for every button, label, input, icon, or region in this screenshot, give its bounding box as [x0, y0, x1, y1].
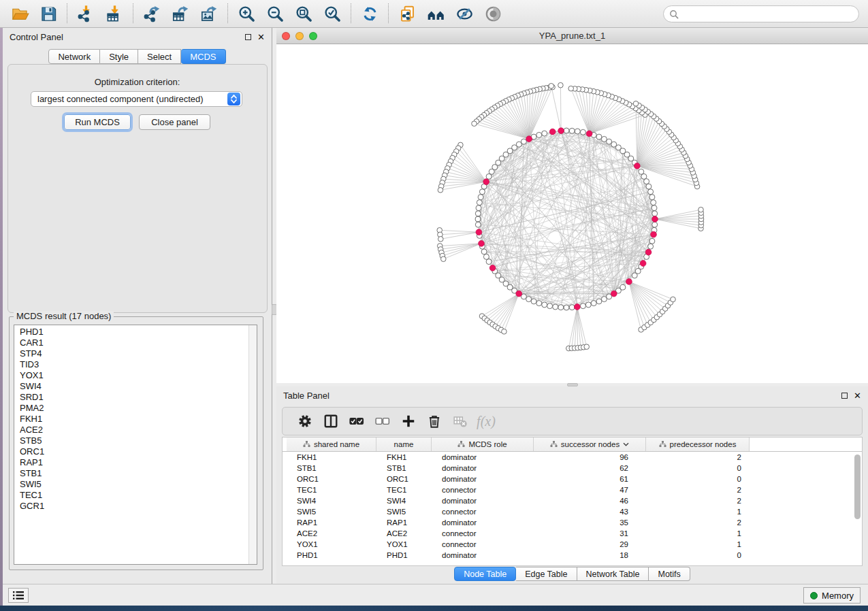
table-tab-edge-table[interactable]: Edge Table	[516, 567, 577, 581]
status-menu-button[interactable]	[8, 588, 29, 603]
mcds-result-item[interactable]: YOX1	[20, 370, 257, 381]
table-tab-node-table[interactable]: Node Table	[454, 567, 516, 581]
cell: ACE2	[287, 529, 376, 538]
memory-label: Memory	[822, 591, 854, 601]
hide-graphics-details-button[interactable]	[450, 2, 479, 25]
add-row-button[interactable]	[396, 410, 421, 433]
import-table-button[interactable]	[100, 2, 129, 25]
column-header-MCDS-role[interactable]: MCDS role	[432, 437, 534, 451]
close-panel-icon[interactable]: ✕	[257, 33, 265, 42]
dropdown-value: largest connected component (undirected)	[31, 94, 227, 104]
cell: 61	[534, 475, 646, 483]
network-canvas[interactable]	[276, 44, 868, 383]
mcds-result-item[interactable]: PMA2	[20, 403, 257, 414]
table-tab-network-table[interactable]: Network Table	[577, 567, 649, 581]
cell: ORC1	[287, 475, 376, 483]
delete-row-button[interactable]	[421, 410, 447, 433]
delete-table-button	[447, 410, 473, 433]
zoom-selected-icon	[323, 5, 342, 23]
window-minimize-traffic-light[interactable]	[295, 32, 304, 40]
table-row-STB1[interactable]: STB1STB1dominator620	[287, 463, 862, 474]
float-table-panel-icon[interactable]	[841, 393, 848, 399]
mcds-result-item[interactable]: PHD1	[20, 327, 257, 337]
toolbar-separator	[351, 3, 351, 24]
table-row-SWI4[interactable]: SWI4SWI4dominator462	[287, 495, 862, 506]
mcds-result-item[interactable]: STP4	[20, 348, 257, 359]
mcds-result-item[interactable]: STB1	[20, 468, 257, 479]
mcds-result-item[interactable]: TEC1	[20, 490, 257, 501]
zoom-fit-button[interactable]	[289, 2, 318, 25]
cell: 0	[646, 551, 750, 559]
column-header-successor-nodes[interactable]: successor nodes	[534, 437, 646, 451]
mcds-result-item[interactable]: FKH1	[20, 414, 257, 425]
zoom-out-button[interactable]	[261, 2, 289, 25]
table-scrollbar-thumb[interactable]	[854, 455, 861, 519]
deselect-all-button[interactable]	[370, 410, 396, 433]
table-tab-motifs[interactable]: Motifs	[649, 567, 690, 581]
mcds-result-item[interactable]: TID3	[20, 359, 257, 370]
attribute-tree-icon	[457, 441, 465, 448]
window-close-traffic-light[interactable]	[282, 32, 290, 40]
settings-button[interactable]	[292, 410, 318, 433]
column-header-name[interactable]: name	[376, 437, 432, 451]
columns-button[interactable]	[318, 410, 344, 433]
tab-style[interactable]: Style	[100, 49, 138, 64]
close-table-panel-icon[interactable]: ✕	[854, 391, 861, 400]
table-row-RAP1[interactable]: RAP1RAP1dominator352	[287, 517, 862, 528]
window-maximize-traffic-light[interactable]	[309, 32, 317, 40]
table-row-ACE2[interactable]: ACE2ACE2connector311	[287, 528, 862, 539]
mcds-result-item[interactable]: SWI5	[20, 479, 257, 490]
mcds-result-item[interactable]: RAP1	[20, 457, 257, 468]
tab-mcds[interactable]: MCDS	[181, 49, 225, 64]
control-panel-tabs: NetworkStyleSelectMCDS	[3, 49, 272, 64]
search-network-button[interactable]	[421, 2, 450, 25]
tab-group: NetworkStyleSelectMCDS	[48, 49, 225, 64]
clone-network-button[interactable]	[393, 2, 421, 25]
tab-select[interactable]: Select	[138, 49, 181, 64]
table-row-TEC1[interactable]: TEC1TEC1connector472	[287, 484, 862, 495]
mcds-result-item[interactable]: SRD1	[20, 392, 257, 403]
table-row-FKH1[interactable]: FKH1FKH1dominator962	[287, 452, 862, 463]
float-panel-icon[interactable]	[245, 34, 251, 40]
table-row-PHD1[interactable]: PHD1PHD1dominator180	[287, 550, 862, 561]
mcds-list-scrollbar[interactable]	[248, 325, 257, 564]
tab-network[interactable]: Network	[48, 49, 100, 64]
import-network-button[interactable]	[71, 2, 100, 25]
mcds-result-item[interactable]: GCR1	[20, 501, 257, 512]
zoom-selected-button[interactable]	[318, 2, 347, 25]
table-row-YOX1[interactable]: YOX1YOX1connector291	[287, 539, 862, 550]
column-header-predecessor-nodes[interactable]: predecessor nodes	[646, 437, 750, 451]
search-input[interactable]	[663, 5, 859, 22]
open-session-button[interactable]	[5, 2, 34, 25]
select-all-button[interactable]	[344, 410, 370, 433]
table-panel-title: Table Panel	[283, 391, 329, 401]
mcds-result-item[interactable]: CAR1	[20, 337, 257, 348]
status-bar: Memory	[0, 584, 868, 606]
table-row-ORC1[interactable]: ORC1ORC1dominator610	[287, 474, 862, 484]
hide-graphics-details-icon	[455, 5, 474, 23]
run-mcds-button[interactable]: Run MCDS	[64, 114, 131, 130]
show-birds-eye-button[interactable]	[479, 2, 507, 25]
table-row-SWI5[interactable]: SWI5SWI5connector431	[287, 506, 862, 517]
cell: 47	[534, 486, 646, 494]
export-image-button[interactable]	[195, 2, 223, 25]
memory-button[interactable]: Memory	[803, 587, 861, 604]
export-table-icon	[172, 5, 190, 23]
column-header-shared-name[interactable]: shared name	[287, 437, 376, 451]
mcds-result-item[interactable]: SWI4	[20, 381, 257, 392]
optimization-criterion-dropdown[interactable]: largest connected component (undirected)	[31, 91, 242, 107]
open-session-icon	[11, 5, 29, 23]
close-panel-button[interactable]: Close panel	[139, 114, 210, 130]
mcds-result-item[interactable]: ACE2	[20, 425, 257, 435]
export-network-button[interactable]	[138, 2, 166, 25]
save-session-button[interactable]	[34, 2, 63, 25]
export-table-button[interactable]	[166, 2, 195, 25]
network-graph[interactable]	[276, 44, 868, 383]
mcds-result-item[interactable]: STB5	[20, 435, 257, 446]
zoom-in-button[interactable]	[232, 2, 261, 25]
mcds-result-list[interactable]: PHD1CAR1STP4TID3YOX1SWI4SRD1PMA2FKH1ACE2…	[14, 325, 257, 565]
refresh-view-button[interactable]	[355, 2, 384, 25]
sort-descending-icon	[623, 442, 629, 446]
mcds-result-item[interactable]: ORC1	[20, 446, 257, 457]
select-all-icon	[349, 414, 364, 429]
